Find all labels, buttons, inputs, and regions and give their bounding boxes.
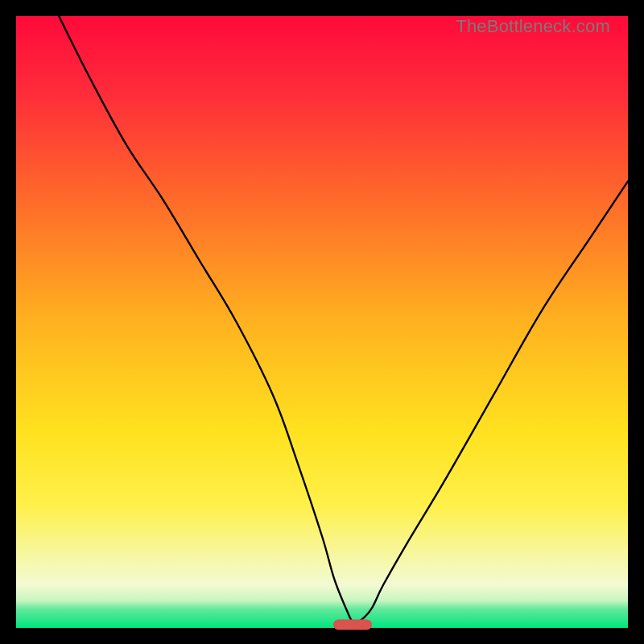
- watermark-label: TheBottleneck.com: [456, 16, 610, 37]
- plot-area: TheBottleneck.com: [16, 16, 628, 628]
- optimal-marker: [333, 620, 372, 630]
- bottleneck-curve: [16, 16, 628, 628]
